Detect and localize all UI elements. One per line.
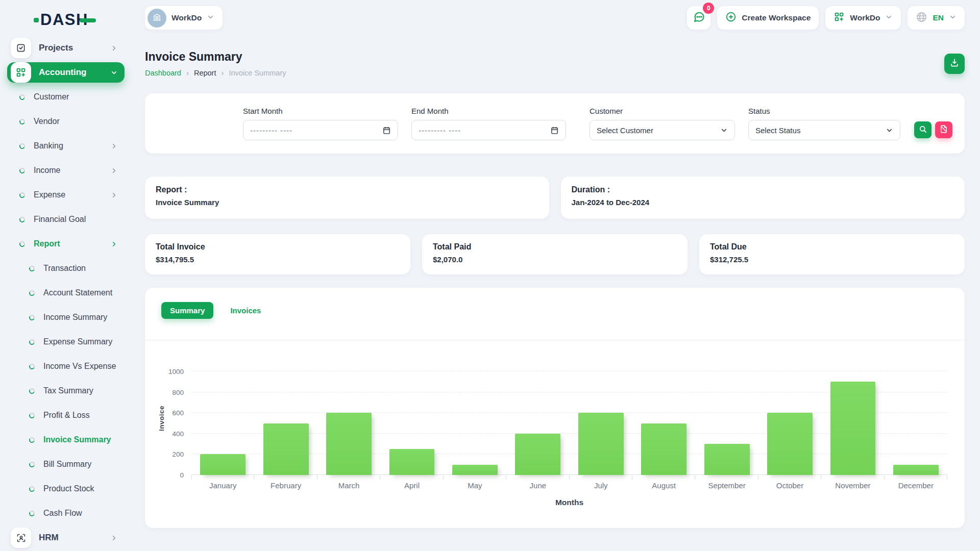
language-selector[interactable]: EN <box>908 6 965 30</box>
bar-april[interactable] <box>389 449 435 475</box>
search-button[interactable] <box>914 121 932 138</box>
end-month-input[interactable] <box>411 120 566 140</box>
bar-slot-november <box>821 361 884 475</box>
tab-invoices[interactable]: Invoices <box>222 302 270 319</box>
sidebar-item-label: Product Stock <box>43 484 94 493</box>
sidebar-item-vendor[interactable]: Vendor <box>7 111 125 132</box>
sidebar: DASH ProjectsAccountingCustomerVendorBan… <box>0 0 131 551</box>
sidebar-item-hrm[interactable]: HRM <box>7 528 125 548</box>
sidebar-item-label: Banking <box>34 141 63 151</box>
bar-august[interactable] <box>641 423 687 475</box>
grid-plus-icon <box>834 11 845 24</box>
bar-slot-july <box>570 361 632 475</box>
bar-may[interactable] <box>452 465 498 475</box>
sidebar-item-banking[interactable]: Banking <box>7 136 125 156</box>
x-tick-july: July <box>570 481 632 490</box>
sidebar-item-cash-flow[interactable]: Cash Flow <box>7 503 125 523</box>
status-label: Status <box>748 107 900 115</box>
sidebar-item-label: Expense Summary <box>43 337 112 346</box>
bar-february[interactable] <box>263 423 309 475</box>
start-month-value[interactable] <box>250 126 382 135</box>
invoice-chart: 02004006008001000InvoiceJanuaryFebruaryM… <box>191 361 947 507</box>
sidebar-nav: ProjectsAccountingCustomerVendorBankingI… <box>7 38 125 548</box>
chevron-right-icon <box>110 191 118 199</box>
download-button[interactable] <box>944 54 965 74</box>
grid-plus-icon <box>11 62 31 83</box>
sidebar-item-invoice-summary[interactable]: Invoice Summary <box>7 430 125 450</box>
sidebar-item-label: HRM <box>39 533 59 543</box>
bullet-icon <box>29 436 35 443</box>
bullet-icon <box>29 510 35 516</box>
bar-december[interactable] <box>893 465 939 475</box>
bar-march[interactable] <box>326 413 372 475</box>
sidebar-item-financial-goal[interactable]: Financial Goal <box>7 209 125 230</box>
x-tick-august: August <box>632 481 695 490</box>
create-workspace-button[interactable]: Create Workspace <box>717 6 819 30</box>
bar-october[interactable] <box>767 413 813 475</box>
workspace-switcher[interactable]: WorkDo <box>145 6 223 30</box>
calendar-icon[interactable] <box>382 126 391 135</box>
stat-label: Total Due <box>710 242 954 252</box>
sidebar-item-report[interactable]: Report <box>7 234 125 254</box>
breadcrumb-separator: › <box>186 68 189 77</box>
sidebar-item-label: Tax Summary <box>43 386 93 395</box>
sidebar-item-profit-loss[interactable]: Profit & Loss <box>7 405 125 425</box>
chevron-down-icon <box>110 69 118 77</box>
sidebar-item-projects[interactable]: Projects <box>7 38 125 58</box>
sidebar-item-label: Account Statement <box>43 288 112 297</box>
status-field: Status Select Status <box>748 107 900 140</box>
y-tick-0: 0 <box>180 471 184 479</box>
workdo-menu-button[interactable]: WorkDo <box>825 6 901 30</box>
messages-button[interactable]: 0 <box>687 6 710 30</box>
sidebar-item-bill-summary[interactable]: Bill Summary <box>7 454 125 474</box>
totals-row: Total Invoice$314,795.5Total Paid$2,070.… <box>145 234 965 274</box>
sidebar-item-expense[interactable]: Expense <box>7 185 125 205</box>
end-month-value[interactable] <box>419 126 550 135</box>
chevron-right-icon <box>110 167 118 174</box>
status-select[interactable]: Select Status <box>748 120 900 140</box>
bar-september[interactable] <box>704 444 750 475</box>
sidebar-item-account-statement[interactable]: Account Statement <box>7 283 125 303</box>
sidebar-item-product-stock[interactable]: Product Stock <box>7 479 125 499</box>
sidebar-item-label: Profit & Loss <box>43 411 90 420</box>
bar-june[interactable] <box>515 434 560 475</box>
calendar-icon[interactable] <box>550 126 559 135</box>
workspace-name: WorkDo <box>172 13 202 22</box>
stat-card-total-paid: Total Paid$2,070.0 <box>422 234 688 274</box>
bar-slot-february <box>254 361 317 475</box>
breadcrumb-dashboard[interactable]: Dashboard <box>145 69 181 77</box>
chart-card: SummaryInvoices 02004006008001000Invoice… <box>145 288 965 528</box>
sidebar-item-income-summary[interactable]: Income Summary <box>7 307 125 328</box>
chart-tabs: SummaryInvoices <box>145 288 965 319</box>
sidebar-item-income[interactable]: Income <box>7 160 125 181</box>
sidebar-item-accounting[interactable]: Accounting <box>7 62 125 83</box>
start-month-input[interactable] <box>243 120 398 140</box>
bar-slot-january <box>191 361 254 475</box>
bar-july[interactable] <box>578 413 624 475</box>
sidebar-item-customer[interactable]: Customer <box>7 87 125 107</box>
sidebar-item-income-vs-expense[interactable]: Income Vs Expense <box>7 356 125 377</box>
sidebar-item-expense-summary[interactable]: Expense Summary <box>7 332 125 352</box>
sidebar-item-transaction[interactable]: Transaction <box>7 258 125 279</box>
sidebar-item-tax-summary[interactable]: Tax Summary <box>7 381 125 401</box>
breadcrumb-report[interactable]: Report <box>194 69 216 77</box>
title-row: Invoice Summary Dashboard›Report›Invoice… <box>145 50 965 77</box>
bar-slot-august <box>632 361 695 475</box>
bar-january[interactable] <box>200 454 246 475</box>
y-tick-400: 400 <box>172 430 184 437</box>
sidebar-item-label: Expense <box>34 190 65 199</box>
x-tick-march: March <box>317 481 380 490</box>
sidebar-item-label: Vendor <box>34 117 60 126</box>
sidebar-item-label: Customer <box>34 92 69 102</box>
sidebar-item-label: Income <box>34 166 60 175</box>
customer-select[interactable]: Select Customer <box>590 120 735 140</box>
download-icon <box>949 58 960 69</box>
reset-button[interactable] <box>935 121 952 138</box>
bar-november[interactable] <box>830 382 876 475</box>
chevron-right-icon <box>110 534 118 542</box>
bullet-icon <box>29 461 35 467</box>
bullet-icon <box>19 240 26 247</box>
tab-summary[interactable]: Summary <box>161 302 213 319</box>
bullet-icon <box>19 142 26 149</box>
workspace-avatar <box>148 9 166 28</box>
